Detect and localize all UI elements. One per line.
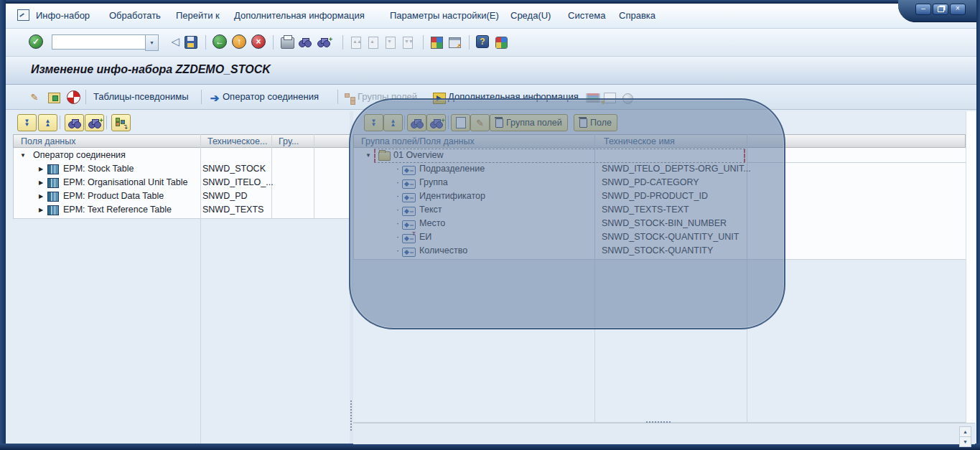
standard-toolbar: ✓ ▼ ◁ ← ↑ × + ▲▲ ▲ ▼ ▼▼ ? (6, 29, 976, 57)
menu-settings[interactable]: Параметры настройки(E) (390, 10, 499, 21)
menu-help[interactable]: Справка (619, 10, 655, 21)
help-icon: ? (476, 35, 489, 48)
tree-node-table[interactable]: ▶ EPM: Product Data Table SNWD_PD (13, 190, 349, 204)
last-page-icon: ▼▼ (403, 37, 413, 49)
command-field-dropdown[interactable]: ▼ (145, 34, 159, 51)
left-find-next-button[interactable]: + (85, 114, 104, 131)
restore-button[interactable] (933, 4, 948, 15)
tree-node-table[interactable]: ▶ EPM: Organisational Unit Table SNWD_IT… (13, 177, 349, 190)
help-button[interactable]: ? (475, 34, 490, 49)
bottom-strip (353, 423, 975, 444)
expander-icon[interactable]: ▼ (20, 152, 26, 159)
shortcut-icon (449, 37, 461, 48)
column-header-group: Гру... (279, 136, 299, 146)
tree-node-table[interactable]: ▶ EPM: Text Reference Table SNWD_TEXTS (13, 204, 349, 217)
display-change-icon: ✎ (31, 92, 39, 103)
tech-name: SNWD_TEXTS (202, 205, 263, 215)
tree-node-join-operator[interactable]: ▼ Оператор соединения (13, 149, 349, 163)
save-floppy-icon (185, 36, 197, 49)
check-button[interactable] (47, 90, 61, 104)
previous-page-button[interactable]: ▲ (366, 34, 381, 49)
close-button[interactable]: × (950, 4, 966, 15)
restore-icon (938, 6, 944, 12)
menu-edit[interactable]: Обработать (109, 10, 161, 21)
next-page-button[interactable]: ▼ (383, 34, 398, 49)
display-change-button[interactable]: ✎ (27, 90, 42, 104)
generate-pie-icon (67, 90, 80, 104)
find-next-button[interactable]: + (317, 34, 331, 49)
check-icon (48, 93, 60, 103)
sap-gui-window: Инфо-набор Обработать Перейти к Дополнит… (0, 0, 980, 450)
tables-aliases-button[interactable]: Таблицы-псевдонимы (93, 91, 188, 102)
minimize-button[interactable]: – (915, 4, 931, 15)
new-session-icon (431, 37, 443, 49)
save-button[interactable] (184, 35, 198, 50)
tech-name: SNWD_STOCK (202, 164, 266, 174)
expander-icon[interactable]: ▶ (39, 166, 43, 172)
cancel-button[interactable]: × (251, 34, 266, 49)
page-title: Изменение инфо-набора ZZDEMO_STOCK (31, 63, 271, 76)
expander-icon[interactable]: ▶ (39, 207, 43, 213)
tree-node-label: Оператор соединения (33, 150, 126, 160)
left-panel-toolbar: ▼▼ ▲▲ + (6, 114, 350, 133)
left-hierarchy-button[interactable] (111, 114, 131, 131)
menu-environment[interactable]: Среда(U) (510, 10, 551, 21)
system-menu-icon[interactable] (17, 9, 29, 21)
join-operator-button[interactable]: Оператор соединения (223, 91, 319, 102)
left-find-button[interactable] (65, 114, 84, 131)
tree-node-label: EPM: Product Data Table (63, 191, 164, 201)
customize-layout-icon (495, 37, 508, 49)
menu-system[interactable]: Система (568, 10, 605, 21)
field-groups-tree-icon (343, 90, 358, 104)
scroll-down-button[interactable]: ▼ (959, 436, 971, 447)
tree-node-label: EPM: Text Reference Table (63, 205, 172, 215)
first-page-button[interactable]: ▲▲ (349, 34, 363, 49)
left-expand-all-button[interactable]: ▼▼ (17, 114, 37, 131)
panel-splitter-handle[interactable] (350, 400, 352, 431)
back-icon: ← (213, 34, 227, 49)
cancel-icon: × (251, 34, 266, 49)
exit-icon: ↑ (232, 34, 246, 49)
find-icon (68, 119, 81, 128)
table-icon (47, 205, 59, 215)
join-arrow-icon: ➔ (207, 91, 222, 106)
tree-node-table[interactable]: ▶ EPM: Stock Table SNWD_STOCK (13, 163, 349, 177)
left-panel-header: Поля данных Техническое... Гру... (13, 134, 350, 148)
print-icon (281, 37, 294, 49)
table-icon (47, 178, 59, 188)
expander-icon[interactable]: ▶ (39, 193, 43, 200)
window-border-right (976, 0, 980, 450)
menu-goto[interactable]: Перейти к (176, 10, 220, 21)
create-shortcut-button[interactable] (447, 34, 462, 49)
collapse-command-icon[interactable]: ◁ (168, 34, 182, 49)
tree-node-label: EPM: Stock Table (63, 164, 134, 174)
previous-page-icon: ▲ (368, 37, 378, 49)
find-next-icon: + (317, 38, 330, 47)
customize-layout-button[interactable] (494, 34, 508, 49)
generate-button[interactable] (66, 90, 80, 104)
left-collapse-all-button[interactable]: ▲▲ (38, 114, 57, 131)
menu-infoset[interactable]: Инфо-набор (36, 10, 90, 21)
table-icon (47, 164, 59, 174)
last-page-button[interactable]: ▼▼ (401, 34, 415, 49)
enter-button[interactable]: ✓ (29, 34, 43, 49)
enter-check-icon: ✓ (29, 34, 43, 49)
first-page-icon: ▲▲ (351, 37, 361, 49)
find-button[interactable] (298, 34, 312, 49)
expander-icon[interactable]: ▶ (39, 179, 43, 186)
print-button[interactable] (280, 34, 294, 49)
tech-name: SNWD_ITELO_... (202, 177, 274, 187)
find-next-icon: + (88, 119, 101, 128)
command-field[interactable] (52, 34, 151, 50)
window-controls: – × (898, 0, 976, 22)
menu-extra-info[interactable]: Дополнительная информация (234, 10, 365, 21)
new-session-button[interactable] (429, 34, 444, 49)
scroll-up-button[interactable]: ▲ (959, 426, 971, 437)
menu-bar: Инфо-набор Обработать Перейти к Дополнит… (6, 4, 976, 29)
title-bar: Изменение инфо-набора ZZDEMO_STOCK (6, 57, 976, 85)
vertical-scrollbar-track[interactable] (966, 111, 976, 423)
exit-button[interactable]: ↑ (232, 34, 246, 49)
column-header-fields: Поля данных (21, 136, 75, 146)
find-icon (299, 38, 312, 47)
back-button[interactable]: ← (213, 34, 227, 49)
